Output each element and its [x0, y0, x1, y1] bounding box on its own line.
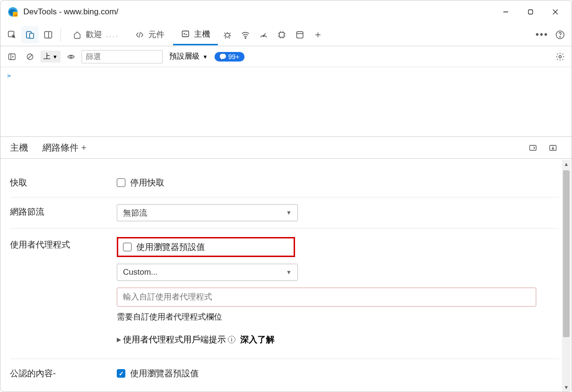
- drawer-tab-network-conditions[interactable]: 網路條件: [40, 139, 89, 157]
- svg-point-12: [225, 33, 229, 37]
- application-icon[interactable]: [291, 26, 308, 43]
- ua-client-hints-toggle[interactable]: ▶ 使用者代理程式用戶端提示 i 深入了解: [117, 334, 559, 345]
- tab-welcome[interactable]: 歡迎....: [65, 24, 126, 45]
- issues-badge[interactable]: 99+: [214, 52, 245, 62]
- minimize-button[interactable]: [493, 2, 518, 21]
- console-output[interactable]: >: [0, 67, 572, 137]
- disable-cache-label: 停用快取: [130, 177, 164, 188]
- more-icon[interactable]: •••: [533, 26, 551, 43]
- scrollbar[interactable]: ▲ ▼: [562, 160, 571, 392]
- accepted-use-default-label: 使用瀏覽器預設值: [130, 368, 199, 379]
- console-toolbar: 上 ▼ 預設層級 ▼ 99+: [0, 46, 572, 67]
- context-label: 上: [43, 52, 51, 61]
- close-button[interactable]: [543, 2, 568, 21]
- svg-rect-28: [530, 145, 536, 150]
- log-level-label: 預設層級: [169, 52, 200, 62]
- window-controls: [493, 2, 568, 21]
- performance-icon[interactable]: [255, 26, 272, 43]
- triangle-right-icon: ▶: [117, 336, 121, 343]
- console-icon: [181, 29, 190, 39]
- console-settings-icon[interactable]: [552, 50, 568, 64]
- svg-rect-8: [30, 33, 33, 38]
- throttling-select[interactable]: 無節流 ▼: [117, 204, 298, 221]
- throttling-value: 無節流: [123, 207, 147, 218]
- disable-cache-checkbox[interactable]: 停用快取: [117, 175, 559, 190]
- svg-rect-22: [9, 54, 15, 60]
- ua-select[interactable]: Custom... ▼: [117, 264, 298, 281]
- svg-rect-1: [13, 12, 18, 17]
- ua-select-value: Custom...: [123, 268, 158, 277]
- live-expression-icon[interactable]: [63, 50, 79, 64]
- window-title: DevTools - www.bing.com/: [23, 7, 493, 17]
- svg-point-14: [263, 35, 265, 37]
- tab-welcome-label: 歡迎: [86, 29, 102, 40]
- svg-rect-3: [529, 10, 533, 14]
- code-icon: [135, 30, 144, 40]
- svg-rect-15: [279, 32, 284, 37]
- tab-elements-label: 元件: [148, 29, 164, 40]
- ua-use-default-checkbox[interactable]: 使用瀏覽器預設值: [123, 241, 205, 253]
- bug-icon[interactable]: [219, 26, 236, 43]
- toggle-sidebar-icon[interactable]: [4, 50, 20, 64]
- help-icon[interactable]: [552, 26, 569, 43]
- maximize-button[interactable]: [518, 2, 543, 21]
- accepted-content-label: 公認的內容-: [10, 366, 117, 379]
- svg-point-13: [245, 37, 246, 38]
- svg-point-26: [70, 55, 72, 58]
- window-titlebar: DevTools - www.bing.com/: [0, 0, 572, 23]
- caret-down-icon: ▼: [286, 269, 292, 276]
- ua-use-default-label: 使用瀏覽器預設值: [136, 241, 205, 253]
- inspect-element-icon[interactable]: [3, 26, 20, 43]
- checkbox-icon: [117, 178, 125, 187]
- context-selector[interactable]: 上 ▼: [41, 51, 61, 62]
- caret-down-icon: ▼: [286, 209, 292, 216]
- filter-input[interactable]: [82, 50, 163, 63]
- svg-line-25: [28, 55, 32, 59]
- drawer-tabbar: 主機 網路條件: [0, 137, 572, 159]
- svg-point-21: [560, 36, 560, 37]
- drawer-tab-console[interactable]: 主機: [7, 139, 31, 157]
- device-toggle-icon[interactable]: [21, 26, 39, 43]
- dock-icon[interactable]: [40, 26, 57, 43]
- svg-rect-9: [45, 31, 52, 38]
- info-icon: i: [228, 336, 235, 343]
- network-conditions-panel: 快取 停用快取 網路節流 無節流 ▼ 使用者代理程式: [0, 159, 572, 392]
- tab-console-label: 主機: [194, 29, 210, 40]
- accepted-use-default-checkbox[interactable]: 使用瀏覽器預設值: [117, 366, 559, 381]
- learn-more-link[interactable]: 深入了解: [240, 334, 275, 345]
- ua-custom-input[interactable]: [117, 288, 536, 307]
- drawer-expand-icon[interactable]: [526, 141, 540, 155]
- checkbox-icon: [123, 243, 132, 251]
- user-agent-label: 使用者代理程式: [10, 237, 117, 250]
- network-icon[interactable]: [237, 26, 254, 43]
- caret-down-icon: ▼: [203, 54, 208, 60]
- tab-console[interactable]: 主機: [173, 24, 218, 45]
- scroll-down-icon[interactable]: ▼: [562, 383, 571, 392]
- caret-down-icon: ▼: [52, 54, 58, 60]
- cache-label: 快取: [10, 175, 117, 188]
- drawer-collapse-icon[interactable]: [546, 141, 560, 155]
- edge-devtools-icon: [7, 6, 19, 18]
- scroll-thumb[interactable]: [563, 170, 570, 337]
- throttling-label: 網路節流: [10, 204, 117, 217]
- svg-rect-16: [296, 31, 303, 38]
- memory-icon[interactable]: [273, 26, 290, 43]
- tab-elements[interactable]: 元件: [127, 24, 172, 45]
- svg-point-27: [559, 55, 562, 58]
- home-icon: [72, 30, 82, 40]
- log-level-selector[interactable]: 預設層級 ▼: [165, 52, 212, 62]
- add-tab-icon[interactable]: [309, 26, 327, 43]
- ua-default-highlight: 使用瀏覽器預設值: [117, 237, 295, 257]
- ua-client-hints-label: 使用者代理程式用戶端提示: [123, 334, 226, 345]
- scroll-up-icon[interactable]: ▲: [562, 160, 571, 168]
- svg-rect-11: [182, 31, 189, 37]
- ua-required-hint: 需要自訂使用者代理程式欄位: [117, 311, 559, 322]
- main-tabbar: 歡迎.... 元件 主機 •••: [0, 23, 572, 46]
- console-prompt-icon: >: [7, 72, 11, 79]
- checkbox-checked-icon: [117, 369, 125, 378]
- clear-console-icon[interactable]: [22, 50, 38, 64]
